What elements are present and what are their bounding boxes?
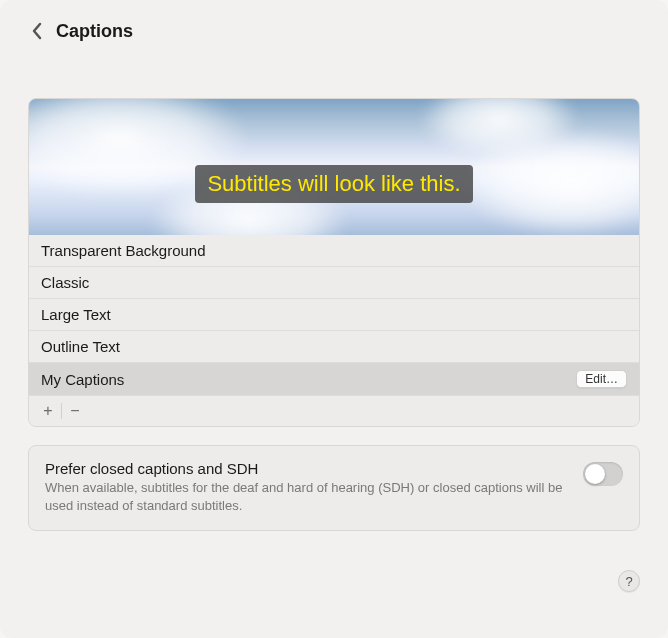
add-style-button[interactable]: + [35, 400, 61, 422]
help-button[interactable]: ? [618, 570, 640, 592]
style-option-large-text[interactable]: Large Text [29, 299, 639, 331]
style-label: Outline Text [41, 338, 120, 355]
panel-header: Captions [28, 20, 640, 92]
prefer-sdh-text: Prefer closed captions and SDH When avai… [45, 460, 563, 514]
caption-preview: Subtitles will look like this. [29, 99, 639, 235]
minus-icon: − [70, 402, 79, 420]
style-option-my-captions[interactable]: My Captions Edit… [29, 363, 639, 396]
prefer-sdh-toggle[interactable] [583, 462, 623, 486]
style-option-transparent-background[interactable]: Transparent Background [29, 235, 639, 267]
style-option-outline-text[interactable]: Outline Text [29, 331, 639, 363]
edit-style-button[interactable]: Edit… [576, 370, 627, 388]
style-label: Large Text [41, 306, 111, 323]
prefer-sdh-description: When available, subtitles for the deaf a… [45, 479, 563, 514]
prefer-sdh-title: Prefer closed captions and SDH [45, 460, 563, 477]
style-list-controls: + − [29, 396, 639, 426]
remove-style-button[interactable]: − [62, 400, 88, 422]
toggle-knob [585, 464, 605, 484]
caption-style-list: Transparent Background Classic Large Tex… [29, 235, 639, 396]
style-label: Transparent Background [41, 242, 206, 259]
subtitle-sample-text: Subtitles will look like this. [195, 165, 472, 203]
caption-styles-section: Subtitles will look like this. Transpare… [28, 98, 640, 427]
back-button[interactable] [28, 20, 46, 42]
style-option-classic[interactable]: Classic [29, 267, 639, 299]
captions-settings-panel: Captions Subtitles will look like this. … [0, 0, 668, 638]
style-label: Classic [41, 274, 89, 291]
style-label: My Captions [41, 371, 124, 388]
plus-icon: + [43, 402, 52, 420]
prefer-sdh-section: Prefer closed captions and SDH When avai… [28, 445, 640, 531]
page-title: Captions [56, 21, 133, 42]
question-mark-icon: ? [625, 574, 632, 589]
